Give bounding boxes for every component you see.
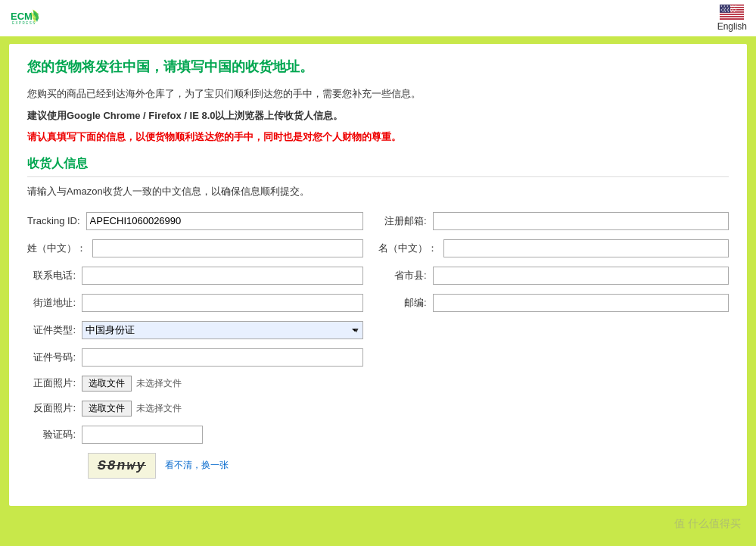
email-row: 注册邮箱: bbox=[378, 212, 730, 230]
svg-rect-9 bbox=[720, 13, 744, 14]
back-photo-button[interactable]: 选取文件 bbox=[82, 401, 132, 417]
front-photo-row: 正面照片: 选取文件 未选择文件 bbox=[27, 376, 378, 392]
logo-icon: ECMS EXPRESS bbox=[11, 3, 41, 33]
front-photo-button[interactable]: 选取文件 bbox=[82, 376, 132, 392]
back-photo-label: 反面照片: bbox=[27, 401, 82, 415]
back-photo-row: 反面照片: 选取文件 未选择文件 bbox=[27, 401, 378, 417]
info-text-2: 建议使用Google Chrome / Firefox / IE 8.0以上浏览… bbox=[27, 108, 729, 124]
phone-row: 联系电话: bbox=[27, 267, 378, 285]
section-title: 收货人信息 bbox=[27, 156, 729, 177]
captcha-refresh-link[interactable]: 看不清，换一张 bbox=[165, 460, 229, 470]
front-photo-right-placeholder bbox=[378, 376, 730, 401]
id-type-select[interactable]: 中国身份证 护照 港澳通行证 台湾通行证 bbox=[82, 321, 363, 339]
main-content: 您的货物将发往中国，请填写中国的收货地址。 您购买的商品已经到达海外仓库了，为了… bbox=[9, 44, 747, 506]
id-number-label: 证件号码: bbox=[27, 351, 82, 364]
zip-label: 邮编: bbox=[378, 296, 433, 310]
province-row: 省市县: bbox=[378, 267, 730, 285]
captcha-refresh: 看不清，换一张 bbox=[165, 459, 229, 472]
email-label: 注册邮箱: bbox=[378, 214, 433, 228]
id-number-input[interactable] bbox=[82, 348, 363, 367]
phone-input[interactable] bbox=[82, 267, 363, 285]
sub-info: 请输入与Amazon收货人一致的中文信息，以确保信息顺利提交。 bbox=[27, 185, 729, 198]
captcha-input[interactable] bbox=[82, 426, 203, 444]
last-name-label: 姓（中文）： bbox=[27, 242, 92, 255]
id-number-right-placeholder bbox=[378, 348, 730, 376]
captcha-image-row: S8nwy 看不清，换一张 bbox=[27, 453, 378, 479]
id-type-label: 证件类型: bbox=[27, 323, 82, 337]
first-name-row: 名（中文）： bbox=[378, 239, 730, 257]
first-name-input[interactable] bbox=[443, 239, 730, 257]
tracking-id-label: Tracking ID: bbox=[27, 215, 86, 226]
svg-text:EXPRESS: EXPRESS bbox=[12, 21, 36, 25]
warning-text: 请认真填写下面的信息，以便货物顺利送达您的手中，同时也是对您个人财物的尊重。 bbox=[27, 130, 729, 144]
captcha-row: 验证码: bbox=[27, 426, 378, 444]
watermark: 值 什么值得买 bbox=[674, 517, 741, 531]
last-name-row: 姓（中文）： bbox=[27, 239, 378, 257]
svg-rect-11 bbox=[720, 15, 744, 17]
front-photo-label: 正面照片: bbox=[27, 376, 82, 390]
language-label: English bbox=[717, 21, 747, 32]
street-row: 街道地址: bbox=[27, 294, 378, 312]
info-text-1: 您购买的商品已经到达海外仓库了，为了宝贝们顺利到达您的手中，需要您补充一些信息。 bbox=[27, 86, 729, 102]
tracking-id-input[interactable] bbox=[86, 212, 363, 230]
street-input[interactable] bbox=[82, 294, 363, 312]
province-label: 省市县: bbox=[378, 269, 433, 282]
flag-icon: ★ ★ ★ ★ ★ ★ ★ ★ ★ ★ ★ ★ ★ ★ ★ ★ ★ ★ ★ ★ … bbox=[720, 5, 744, 20]
svg-rect-14 bbox=[720, 18, 744, 20]
last-name-input[interactable] bbox=[92, 239, 363, 257]
svg-rect-13 bbox=[720, 17, 744, 19]
captcha-image: S8nwy bbox=[88, 453, 156, 479]
first-name-label: 名（中文）： bbox=[378, 242, 443, 255]
svg-text:★ ★ ★ ★ ★: ★ ★ ★ ★ ★ bbox=[722, 10, 736, 13]
province-input[interactable] bbox=[433, 267, 730, 285]
phone-label: 联系电话: bbox=[27, 269, 82, 282]
back-photo-status: 未选择文件 bbox=[136, 402, 182, 415]
language-switcher[interactable]: ★ ★ ★ ★ ★ ★ ★ ★ ★ ★ ★ ★ ★ ★ ★ ★ ★ ★ ★ ★ … bbox=[717, 5, 747, 32]
id-type-right-placeholder bbox=[378, 321, 730, 348]
street-label: 街道地址: bbox=[27, 296, 82, 310]
tracking-id-row: Tracking ID: bbox=[27, 212, 378, 230]
email-input[interactable] bbox=[433, 212, 730, 230]
captcha-label: 验证码: bbox=[27, 428, 82, 441]
zip-input[interactable] bbox=[433, 294, 730, 312]
svg-rect-12 bbox=[720, 16, 744, 17]
back-photo-wrapper: 选取文件 未选择文件 bbox=[82, 401, 182, 417]
svg-rect-10 bbox=[720, 14, 744, 15]
zip-row: 邮编: bbox=[378, 294, 730, 312]
captcha-image-right-placeholder bbox=[378, 453, 730, 488]
logo: ECMS EXPRESS bbox=[9, 3, 41, 33]
front-photo-wrapper: 选取文件 未选择文件 bbox=[82, 376, 182, 392]
form-grid: Tracking ID: 注册邮箱: 姓（中文）： 名（中文）： 联系电话: 省… bbox=[27, 212, 729, 488]
page-title: 您的货物将发往中国，请填写中国的收货地址。 bbox=[27, 58, 729, 76]
header: ECMS EXPRESS ★ ★ ★ ★ ★ ★ bbox=[0, 0, 756, 38]
id-type-select-wrapper: 中国身份证 护照 港澳通行证 台湾通行证 bbox=[82, 321, 363, 339]
id-number-row: 证件号码: bbox=[27, 348, 378, 367]
back-photo-right-placeholder bbox=[378, 401, 730, 426]
front-photo-status: 未选择文件 bbox=[136, 377, 182, 390]
id-type-row: 证件类型: 中国身份证 护照 港澳通行证 台湾通行证 bbox=[27, 321, 378, 339]
captcha-right-placeholder bbox=[378, 426, 730, 453]
